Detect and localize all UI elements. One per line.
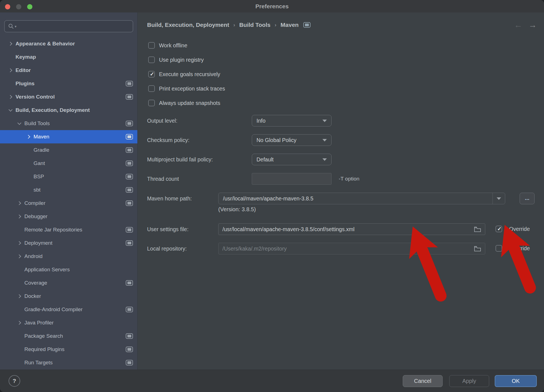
thread-count-input[interactable] <box>252 173 332 185</box>
chevron-spacer <box>26 187 31 193</box>
title-bar: Preferences <box>0 0 544 12</box>
sidebar-item-required-plugins[interactable]: Required Plugins <box>0 343 137 356</box>
chevron-right-icon[interactable] <box>17 200 22 206</box>
screen-icon <box>126 347 133 352</box>
screen-icon <box>126 240 133 246</box>
checksum-policy-select[interactable]: No Global Policy <box>252 134 332 146</box>
user-settings-file-value[interactable]: /usr/local/maven/apache-maven-3.8.5/conf… <box>222 226 474 233</box>
breadcrumb: Build, Execution, Deployment › Build Too… <box>147 22 311 28</box>
chevron-spacer <box>17 280 22 286</box>
sidebar-item-label: Version Control <box>16 94 55 100</box>
output-level-value: Info <box>256 118 266 124</box>
sidebar-item-label: Build Tools <box>24 120 50 127</box>
maven-home-dropdown-button[interactable] <box>492 193 505 204</box>
search-options-caret-icon[interactable]: ▾ <box>15 24 17 29</box>
print-exception-stack-traces-checkbox[interactable]: ✓ <box>148 85 155 92</box>
sidebar-item-build-tools[interactable]: Build Tools <box>0 117 137 130</box>
sidebar-item-java-profiler[interactable]: Java Profiler <box>0 316 137 329</box>
sidebar-item-label: Remote Jar Repositories <box>24 227 82 233</box>
sidebar-item-gant[interactable]: Gant <box>0 157 137 170</box>
screen-icon <box>126 81 133 86</box>
chevron-spacer <box>17 267 22 272</box>
sidebar-item-label: Compiler <box>24 200 45 206</box>
chevron-right-icon[interactable] <box>17 320 22 326</box>
sidebar-item-label: Package Search <box>24 333 63 339</box>
use-plugin-registry-checkbox[interactable]: ✓ <box>148 56 155 63</box>
chevron-right-icon[interactable] <box>8 68 13 73</box>
breadcrumb-separator: › <box>233 22 235 28</box>
sidebar-item-debugger[interactable]: Debugger <box>0 210 137 223</box>
work-offline-checkbox[interactable]: ✓ <box>148 42 155 49</box>
settings-search-input[interactable]: ▾ <box>4 20 133 32</box>
sidebar-item-gradle-android-compiler[interactable]: Gradle-Android Compiler <box>0 303 137 316</box>
cancel-button[interactable]: Cancel <box>403 375 443 387</box>
output-level-label: Output level: <box>147 115 177 127</box>
sidebar-item-remote-jar-repositories[interactable]: Remote Jar Repositories <box>0 223 137 236</box>
maven-home-combobox[interactable]: /usr/local/maven/apache-maven-3.8.5 <box>218 193 505 204</box>
sidebar-item-compiler[interactable]: Compiler <box>0 197 137 210</box>
sidebar-item-label: Run Targets <box>24 360 53 366</box>
sidebar-item-coverage[interactable]: Coverage <box>0 276 137 290</box>
multiproject-fail-policy-value: Default <box>256 156 274 163</box>
chevron-down-icon <box>497 197 501 200</box>
chevron-right-icon[interactable] <box>17 293 22 299</box>
folder-icon[interactable] <box>474 246 481 252</box>
settings-tree: Appearance & BehaviorKeymapEditorPlugins… <box>0 37 137 369</box>
execute-goals-recursively-checkbox[interactable]: ✓ <box>148 71 155 78</box>
screen-icon <box>126 227 133 233</box>
maven-home-browse-button[interactable]: ... <box>520 193 535 204</box>
sidebar-item-package-search[interactable]: Package Search <box>0 329 137 343</box>
forward-arrow-icon[interactable]: → <box>528 20 537 30</box>
sidebar-item-maven[interactable]: Maven <box>0 130 137 143</box>
sidebar-item-sbt[interactable]: sbt <box>0 183 137 197</box>
breadcrumb-part[interactable]: Maven <box>281 22 299 28</box>
folder-icon[interactable] <box>474 226 481 232</box>
chevron-right-icon[interactable] <box>17 214 22 219</box>
sidebar-item-run-targets[interactable]: Run Targets <box>0 356 137 369</box>
back-arrow-icon[interactable]: ← <box>514 20 522 30</box>
breadcrumb-part[interactable]: Build Tools <box>239 22 271 28</box>
sidebar-item-label: Deployment <box>24 240 52 246</box>
chevron-right-icon[interactable] <box>17 240 22 246</box>
sidebar-item-version-control[interactable]: Version Control <box>0 90 137 104</box>
sidebar-item-label: sbt <box>34 187 40 193</box>
sidebar-item-appearance-behavior[interactable]: Appearance & Behavior <box>0 37 137 50</box>
screen-icon <box>126 200 133 206</box>
chevron-right-icon[interactable] <box>26 134 31 140</box>
apply-button[interactable]: Apply <box>449 375 489 387</box>
sidebar-item-editor[interactable]: Editor <box>0 64 137 77</box>
multiproject-fail-policy-select[interactable]: Default <box>252 154 332 165</box>
screen-icon <box>126 121 133 126</box>
chevron-right-icon[interactable] <box>8 94 13 100</box>
help-button[interactable]: ? <box>9 375 20 387</box>
local-repository-override-label: Override <box>509 245 530 252</box>
sidebar-item-bsp[interactable]: BSP <box>0 170 137 183</box>
sidebar-item-plugins[interactable]: Plugins <box>0 77 137 90</box>
sidebar-item-deployment[interactable]: Deployment <box>0 236 137 250</box>
sidebar-item-label: Gradle <box>34 147 49 153</box>
output-level-select[interactable]: Info <box>252 115 332 127</box>
screen-icon <box>126 147 133 153</box>
maven-version-note: (Version: 3.8.5) <box>218 206 256 213</box>
local-repository-override-checkbox[interactable]: ✓ <box>496 245 502 252</box>
sidebar-item-docker[interactable]: Docker <box>0 290 137 303</box>
maven-home-value[interactable]: /usr/local/maven/apache-maven-3.8.5 <box>219 195 492 202</box>
chevron-down-icon[interactable] <box>8 107 13 113</box>
always-update-snapshots-checkbox[interactable]: ✓ <box>148 100 155 106</box>
sidebar-item-keymap[interactable]: Keymap <box>0 50 137 64</box>
chevron-right-icon[interactable] <box>17 254 22 259</box>
local-repository-input[interactable]: /Users/kaka/.m2/repository <box>218 243 485 254</box>
chevron-spacer <box>26 174 31 179</box>
sidebar-item-build-execution-deployment[interactable]: Build, Execution, Deployment <box>0 104 137 117</box>
sidebar-item-gradle[interactable]: Gradle <box>0 143 137 157</box>
chevron-spacer <box>8 54 13 60</box>
chevron-down-icon[interactable] <box>17 121 22 126</box>
breadcrumb-part[interactable]: Build, Execution, Deployment <box>147 22 229 28</box>
user-settings-override-checkbox[interactable]: ✓ <box>496 226 502 232</box>
ok-button[interactable]: OK <box>495 375 537 387</box>
user-settings-file-input[interactable]: /usr/local/maven/apache-maven-3.8.5/conf… <box>218 223 485 235</box>
sidebar-item-application-servers[interactable]: Application Servers <box>0 263 137 276</box>
chevron-right-icon[interactable] <box>8 41 13 47</box>
sidebar-item-android[interactable]: Android <box>0 250 137 263</box>
chevron-spacer <box>17 347 22 352</box>
